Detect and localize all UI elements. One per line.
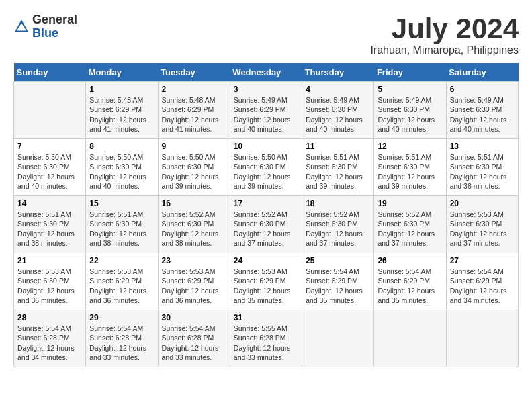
cell-sunset: Sunset: 6:29 PM — [162, 105, 214, 113]
cell-sunrise: Sunrise: 5:49 AM — [378, 96, 431, 104]
cell-sunrise: Sunrise: 5:52 AM — [162, 210, 216, 218]
calendar-cell — [14, 82, 86, 139]
cell-daylight: Daylight: 12 hours and 39 minutes. — [234, 173, 291, 190]
cell-sunset: Sunset: 6:28 PM — [89, 334, 142, 342]
cell-sunset: Sunset: 6:29 PM — [89, 277, 142, 285]
day-number: 13 — [450, 142, 515, 151]
day-number: 11 — [306, 142, 370, 151]
cell-sunrise: Sunrise: 5:50 AM — [89, 153, 143, 161]
cell-daylight: Daylight: 12 hours and 36 minutes. — [89, 287, 146, 304]
calendar-week-4: 21 Sunrise: 5:53 AM Sunset: 6:30 PM Dayl… — [14, 253, 519, 310]
calendar-cell: 9 Sunrise: 5:50 AM Sunset: 6:30 PM Dayli… — [158, 139, 230, 196]
cell-daylight: Daylight: 12 hours and 37 minutes. — [450, 230, 507, 247]
day-number: 26 — [378, 256, 442, 265]
calendar-cell: 19 Sunrise: 5:52 AM Sunset: 6:30 PM Dayl… — [374, 196, 446, 253]
calendar-cell: 29 Sunrise: 5:54 AM Sunset: 6:28 PM Dayl… — [86, 310, 158, 367]
day-number: 7 — [17, 142, 82, 151]
calendar-cell: 11 Sunrise: 5:51 AM Sunset: 6:30 PM Dayl… — [302, 139, 374, 196]
cell-daylight: Daylight: 12 hours and 39 minutes. — [378, 173, 435, 190]
calendar-table: Sunday Monday Tuesday Wednesday Thursday… — [13, 63, 519, 367]
cell-sunset: Sunset: 6:30 PM — [89, 163, 142, 171]
day-number: 24 — [234, 256, 298, 265]
calendar-cell: 22 Sunrise: 5:53 AM Sunset: 6:29 PM Dayl… — [86, 253, 158, 310]
day-number: 1 — [89, 85, 154, 94]
calendar-cell: 18 Sunrise: 5:52 AM Sunset: 6:30 PM Dayl… — [302, 196, 374, 253]
month-title: July 2024 — [370, 13, 519, 44]
cell-sunrise: Sunrise: 5:54 AM — [17, 324, 71, 332]
col-friday: Friday — [374, 63, 446, 82]
cell-sunset: Sunset: 6:30 PM — [89, 220, 142, 228]
cell-sunrise: Sunrise: 5:48 AM — [89, 96, 143, 104]
cell-sunset: Sunset: 6:29 PM — [378, 277, 430, 285]
calendar-cell: 25 Sunrise: 5:54 AM Sunset: 6:29 PM Dayl… — [302, 253, 374, 310]
calendar-cell: 23 Sunrise: 5:53 AM Sunset: 6:29 PM Dayl… — [158, 253, 230, 310]
calendar-cell: 26 Sunrise: 5:54 AM Sunset: 6:29 PM Dayl… — [374, 253, 446, 310]
cell-sunrise: Sunrise: 5:50 AM — [162, 153, 216, 161]
calendar-cell: 4 Sunrise: 5:49 AM Sunset: 6:30 PM Dayli… — [302, 82, 374, 139]
cell-sunrise: Sunrise: 5:53 AM — [17, 267, 71, 275]
cell-sunset: Sunset: 6:30 PM — [17, 277, 70, 285]
day-number: 18 — [306, 199, 370, 208]
calendar-cell: 21 Sunrise: 5:53 AM Sunset: 6:30 PM Dayl… — [14, 253, 86, 310]
cell-sunrise: Sunrise: 5:51 AM — [89, 210, 143, 218]
cell-daylight: Daylight: 12 hours and 41 minutes. — [162, 116, 219, 133]
cell-sunrise: Sunrise: 5:54 AM — [378, 267, 431, 275]
cell-daylight: Daylight: 12 hours and 41 minutes. — [89, 116, 146, 133]
cell-sunset: Sunset: 6:30 PM — [306, 163, 358, 171]
col-saturday: Saturday — [446, 63, 518, 82]
cell-sunrise: Sunrise: 5:53 AM — [450, 210, 504, 218]
cell-sunset: Sunset: 6:28 PM — [234, 334, 286, 342]
day-number: 5 — [378, 85, 442, 94]
calendar-week-1: 1 Sunrise: 5:48 AM Sunset: 6:29 PM Dayli… — [14, 82, 519, 139]
cell-sunrise: Sunrise: 5:49 AM — [234, 96, 287, 104]
calendar-cell: 27 Sunrise: 5:54 AM Sunset: 6:29 PM Dayl… — [446, 253, 518, 310]
day-number: 17 — [234, 199, 298, 208]
cell-sunset: Sunset: 6:29 PM — [450, 277, 502, 285]
cell-sunrise: Sunrise: 5:51 AM — [450, 153, 504, 161]
day-number: 9 — [162, 142, 226, 151]
cell-sunset: Sunset: 6:30 PM — [162, 163, 214, 171]
cell-sunset: Sunset: 6:29 PM — [162, 277, 214, 285]
day-number: 25 — [306, 256, 370, 265]
calendar-cell: 10 Sunrise: 5:50 AM Sunset: 6:30 PM Dayl… — [230, 139, 302, 196]
cell-sunset: Sunset: 6:30 PM — [234, 220, 286, 228]
cell-sunrise: Sunrise: 5:52 AM — [306, 210, 359, 218]
day-number: 30 — [162, 313, 226, 322]
day-number: 21 — [17, 256, 82, 265]
cell-sunset: Sunset: 6:30 PM — [378, 220, 430, 228]
cell-sunset: Sunset: 6:30 PM — [234, 163, 286, 171]
day-number: 15 — [89, 199, 154, 208]
cell-sunrise: Sunrise: 5:54 AM — [162, 324, 216, 332]
calendar-cell: 2 Sunrise: 5:48 AM Sunset: 6:29 PM Dayli… — [158, 82, 230, 139]
calendar-week-5: 28 Sunrise: 5:54 AM Sunset: 6:28 PM Dayl… — [14, 310, 519, 367]
day-number: 16 — [162, 199, 226, 208]
cell-daylight: Daylight: 12 hours and 39 minutes. — [162, 173, 219, 190]
cell-sunset: Sunset: 6:30 PM — [450, 163, 502, 171]
cell-sunrise: Sunrise: 5:51 AM — [378, 153, 431, 161]
day-number: 12 — [378, 142, 442, 151]
cell-sunset: Sunset: 6:29 PM — [89, 105, 142, 113]
cell-daylight: Daylight: 12 hours and 36 minutes. — [17, 287, 75, 304]
col-tuesday: Tuesday — [158, 63, 230, 82]
header-row: Sunday Monday Tuesday Wednesday Thursday… — [14, 63, 519, 82]
cell-sunset: Sunset: 6:30 PM — [17, 220, 70, 228]
calendar-cell: 7 Sunrise: 5:50 AM Sunset: 6:30 PM Dayli… — [14, 139, 86, 196]
cell-sunrise: Sunrise: 5:54 AM — [450, 267, 504, 275]
cell-sunrise: Sunrise: 5:49 AM — [306, 96, 359, 104]
logo-general-text: General — [32, 13, 77, 26]
calendar-cell: 5 Sunrise: 5:49 AM Sunset: 6:30 PM Dayli… — [374, 82, 446, 139]
page-header: General Blue July 2024 Irahuan, Mimaropa… — [13, 13, 519, 56]
cell-sunset: Sunset: 6:28 PM — [162, 334, 214, 342]
cell-sunrise: Sunrise: 5:51 AM — [306, 153, 359, 161]
day-number: 14 — [17, 199, 82, 208]
cell-sunrise: Sunrise: 5:53 AM — [89, 267, 143, 275]
cell-sunset: Sunset: 6:30 PM — [17, 163, 70, 171]
cell-sunset: Sunset: 6:30 PM — [378, 163, 430, 171]
day-number: 6 — [450, 85, 515, 94]
cell-sunset: Sunset: 6:30 PM — [306, 220, 358, 228]
cell-sunrise: Sunrise: 5:53 AM — [234, 267, 287, 275]
cell-daylight: Daylight: 12 hours and 36 minutes. — [162, 287, 219, 304]
calendar-cell: 12 Sunrise: 5:51 AM Sunset: 6:30 PM Dayl… — [374, 139, 446, 196]
cell-sunrise: Sunrise: 5:48 AM — [162, 96, 216, 104]
calendar-body: 1 Sunrise: 5:48 AM Sunset: 6:29 PM Dayli… — [14, 82, 519, 367]
